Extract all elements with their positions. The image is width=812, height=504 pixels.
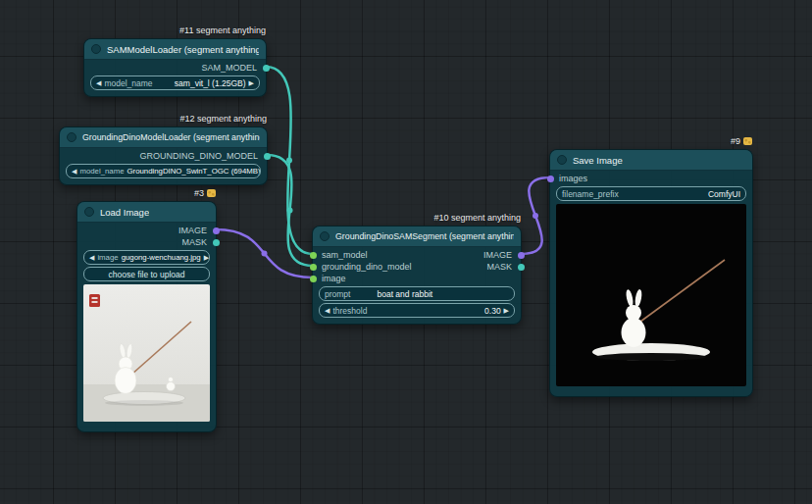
combo-left-arrow-icon[interactable]: ◀ (72, 168, 76, 176)
combo-left-arrow-icon[interactable]: ◀ (96, 79, 101, 87)
slot-row-dino-mask: grounding_dino_model MASK (313, 261, 521, 273)
widget-label: prompt (325, 289, 350, 299)
link-grounding-dino-model (267, 155, 313, 266)
output-port-icon[interactable] (213, 227, 220, 234)
node-header[interactable]: SAMModelLoader (segment anything) (84, 39, 266, 60)
input-port-icon[interactable] (547, 176, 554, 182)
save-image-preview (556, 204, 746, 386)
widget-value: GroundingDINO_SwinT_OGC (694MB) (127, 167, 260, 176)
node-title: Save Image (573, 155, 623, 166)
node-grounding-dino-model-loader[interactable]: #12 segment anything GroundingDinoModelL… (59, 126, 268, 185)
image-combo[interactable]: ◀ image gugong-wenchuang.jpg ▶ (83, 250, 210, 265)
model-name-combo[interactable]: ◀ model_name GroundingDINO_SwinT_OGC (69… (66, 164, 261, 178)
output-slot-image: IMAGE (77, 225, 216, 236)
badge-text: #12 segment anything (179, 114, 267, 124)
node-badge: #10 segment anything (433, 213, 521, 223)
collapse-dot-icon[interactable] (84, 207, 94, 217)
slot-row-image: image (313, 273, 521, 284)
slot-label: IMAGE (483, 250, 521, 260)
stamp (89, 294, 100, 307)
widget-label: model_name (104, 78, 152, 88)
input-port-icon[interactable] (310, 264, 317, 271)
graph-canvas[interactable]: #11 segment anything SAMModelLoader (seg… (0, 0, 812, 504)
node-save-image[interactable]: #9 Save Image images filename_prefix Com… (549, 149, 753, 397)
node-grounding-dino-sam-segment[interactable]: #10 segment anything GroundingDinoSAMSeg… (312, 226, 522, 325)
badge-text: #11 segment anything (179, 25, 266, 35)
widget-value: boat and rabbit (377, 289, 432, 299)
widget-value: sam_vit_l (1.25GB) (175, 78, 246, 88)
filename-prefix-widget[interactable]: filename_prefix ComfyUI (556, 186, 746, 201)
widget-label: filename_prefix (562, 189, 619, 199)
cheese-icon (207, 189, 216, 197)
node-title: GroundingDinoSAMSegment (segment anythin… (335, 231, 514, 241)
output-slot-sam-model: SAM_MODEL (84, 62, 266, 74)
collapse-dot-icon[interactable] (91, 44, 101, 54)
input-port-icon[interactable] (310, 276, 317, 282)
node-title: SAMModelLoader (segment anything) (107, 44, 259, 55)
node-header[interactable]: Save Image (550, 150, 752, 171)
badge-text: #3 (194, 188, 204, 198)
output-port-icon[interactable] (263, 65, 270, 72)
slot-label: GROUNDING_DINO_MODEL (139, 151, 267, 161)
link-midpoint-dot (287, 208, 293, 214)
widget-value: 0.30 (484, 306, 501, 316)
output-port-icon[interactable] (518, 264, 525, 271)
slot-label: IMAGE (178, 226, 216, 235)
badge-text: #10 segment anything (433, 213, 521, 223)
node-badge: #12 segment anything (179, 114, 267, 124)
link-midpoint-dot (533, 213, 538, 219)
slot-label: image (313, 274, 346, 283)
node-badge: #3 (194, 188, 216, 198)
prompt-text-widget[interactable]: prompt boat and rabbit (319, 286, 515, 301)
combo-right-arrow-icon[interactable]: ▶ (504, 307, 509, 315)
widget-value: gugong-wenchuang.jpg (122, 253, 201, 262)
combo-right-arrow-icon[interactable]: ▶ (249, 79, 254, 87)
node-badge: #9 (731, 136, 752, 146)
slot-label: SAM_MODEL (201, 63, 266, 73)
slot-label: images (550, 174, 587, 183)
slot-label: grounding_dino_model (313, 262, 412, 272)
collapse-dot-icon[interactable] (320, 231, 330, 241)
node-header[interactable]: Load Image (77, 202, 216, 223)
badge-text: #9 (731, 136, 740, 146)
model-name-combo[interactable]: ◀ model_name sam_vit_l (1.25GB) ▶ (90, 76, 260, 90)
link-image-to-segment (216, 229, 313, 277)
button-label: choose file to upload (109, 270, 185, 279)
slot-label: MASK (486, 262, 521, 272)
combo-right-arrow-icon[interactable]: ▶ (204, 254, 209, 262)
threshold-number-widget[interactable]: ◀ threshold 0.30 ▶ (319, 303, 515, 318)
collapse-dot-icon[interactable] (67, 132, 76, 142)
output-slot-grounding-dino-model: GROUNDING_DINO_MODEL (60, 150, 267, 162)
input-port-icon[interactable] (310, 252, 317, 259)
combo-left-arrow-icon[interactable]: ◀ (89, 254, 94, 262)
link-midpoint-dot (262, 251, 268, 257)
collapse-dot-icon[interactable] (557, 155, 567, 165)
node-header[interactable]: GroundingDinoSAMSegment (segment anythin… (313, 227, 521, 247)
output-port-icon[interactable] (264, 153, 271, 160)
widget-label: model_name (79, 167, 124, 176)
cheese-icon (743, 137, 752, 145)
combo-left-arrow-icon[interactable]: ◀ (325, 307, 330, 315)
output-port-icon[interactable] (518, 252, 525, 259)
small-figure (167, 382, 176, 391)
link-sam-model (266, 67, 313, 254)
output-port-icon[interactable] (213, 239, 220, 246)
output-slot-mask: MASK (77, 236, 216, 248)
slot-label: MASK (181, 237, 216, 247)
link-segment-to-save (521, 177, 550, 254)
widget-value: ComfyUI (708, 189, 740, 199)
boat (592, 343, 710, 361)
node-header[interactable]: GroundingDinoModelLoader (segment anythi… (60, 127, 267, 148)
load-image-preview (83, 284, 210, 422)
widget-label: threshold (332, 306, 367, 316)
slot-label: sam_model (313, 250, 368, 260)
link-midpoint-dot (286, 158, 292, 164)
choose-file-button[interactable]: choose file to upload (83, 267, 210, 281)
slot-row-sam-model-image: sam_model IMAGE (313, 249, 521, 261)
input-slot-images: images (550, 173, 752, 184)
node-title: Load Image (100, 207, 149, 218)
node-badge: #11 segment anything (179, 25, 266, 35)
node-load-image[interactable]: #3 Load Image IMAGE MASK ◀ image gugong-… (76, 201, 217, 432)
widget-label: image (97, 253, 118, 262)
node-sam-model-loader[interactable]: #11 segment anything SAMModelLoader (seg… (83, 38, 267, 97)
